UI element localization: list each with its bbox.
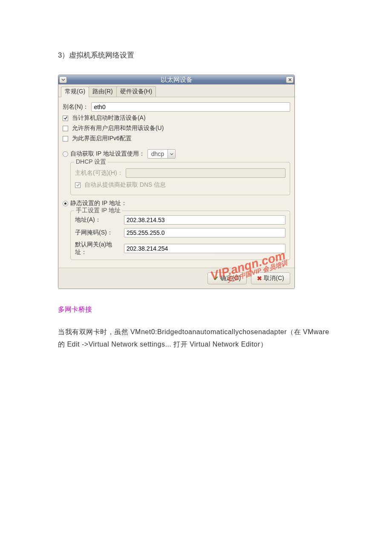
dhcp-select-value: dhcp [148, 150, 167, 157]
chevron-down-icon [61, 78, 65, 81]
tab-general[interactable]: 常规(G) [61, 87, 89, 97]
dialog-footer: ✔ 确定(O) ✖ 取消(C) [58, 268, 294, 289]
tab-route[interactable]: 路由(R) [89, 86, 116, 97]
check-icon [63, 116, 68, 120]
dhcp-dns-label: 自动从提供商处获取 DNS 信息 [84, 181, 166, 188]
gateway-label: 默认网关(a)地址： [75, 241, 124, 256]
body-paragraph: 当我有双网卡时，虽然 VMnet0:Bridgedtoanautomatical… [58, 326, 334, 351]
tab-panel-general: 别名(N)： 当计算机启动时激活设备(A) 允许所有用户启用和禁用该设备(U) … [58, 97, 294, 268]
close-button[interactable]: ✕ [286, 76, 294, 83]
dhcp-select[interactable]: dhcp [147, 149, 176, 159]
multi-nic-heading: 多网卡桥接 [58, 305, 334, 314]
chevron-down-icon [170, 153, 173, 155]
address-label: 地址(A)： [75, 216, 124, 224]
allow-all-users-row[interactable]: 允许所有用户启用和禁用该设备(U) [63, 124, 290, 132]
dialog-title: 以太网设备 [68, 75, 285, 84]
close-icon: ✕ [288, 78, 292, 82]
ipv6-checkbox[interactable] [63, 136, 68, 142]
static-group-title: 手工设置 IP 地址 [74, 207, 122, 214]
x-icon: ✖ [257, 275, 262, 282]
ethernet-device-dialog: 以太网设备 ✕ 常规(G) 路由(R) 硬件设备(H) 别名(N)： 当计算机启… [58, 75, 295, 289]
dhcp-host-input [126, 168, 285, 178]
dhcp-settings-group: DHCP 设置 主机名(可选)(H)： 自动从提供商处获取 DNS 信息 [70, 162, 290, 195]
activate-on-boot-label: 当计算机启动时激活设备(A) [72, 114, 146, 121]
auto-ip-row[interactable]: 自动获取 IP 地址设置使用： dhcp [63, 149, 290, 159]
cancel-button-label: 取消(C) [264, 275, 284, 282]
check-icon: ✔ [213, 275, 219, 282]
allow-all-users-label: 允许所有用户启用和禁用该设备(U) [72, 124, 164, 131]
static-ip-label: 静态设置的 IP 地址： [70, 199, 127, 207]
static-ip-row[interactable]: 静态设置的 IP 地址： [63, 199, 290, 207]
dhcp-group-title: DHCP 设置 [74, 158, 108, 166]
auto-ip-radio[interactable] [63, 151, 68, 157]
ipv6-label: 为此界面启用IPv6配置 [72, 135, 132, 142]
alias-label: 别名(N)： [63, 103, 89, 111]
dhcp-select-button[interactable] [167, 150, 175, 158]
subnet-mask-label: 子网掩码(S)： [75, 229, 124, 237]
auto-ip-label: 自动获取 IP 地址设置使用： [70, 150, 145, 158]
ipv6-row[interactable]: 为此界面启用IPv6配置 [63, 135, 290, 142]
dhcp-host-label: 主机名(可选)(H)： [75, 169, 123, 177]
alias-row: 别名(N)： [63, 102, 290, 112]
activate-on-boot-row[interactable]: 当计算机启动时激活设备(A) [63, 114, 290, 122]
dialog-titlebar: 以太网设备 ✕ [58, 75, 294, 84]
tab-bar: 常规(G) 路由(R) 硬件设备(H) [58, 84, 294, 97]
allow-all-users-checkbox[interactable] [63, 126, 68, 131]
ok-button-label: 确定(O) [220, 275, 241, 282]
static-ip-group: 手工设置 IP 地址 地址(A)： 子网掩码(S)： 默认网关(a)地址： [70, 211, 290, 260]
ok-button[interactable]: ✔ 确定(O) [208, 272, 247, 284]
tab-hardware[interactable]: 硬件设备(H) [116, 86, 156, 97]
window-menu-button[interactable] [59, 76, 67, 83]
gateway-input[interactable] [124, 244, 285, 253]
check-icon [76, 183, 80, 187]
activate-on-boot-checkbox[interactable] [63, 116, 68, 121]
static-ip-radio[interactable] [63, 201, 68, 206]
alias-input[interactable] [91, 102, 290, 112]
address-input[interactable] [124, 215, 285, 225]
cancel-button[interactable]: ✖ 取消(C) [251, 272, 290, 284]
section-heading: 3）虚拟机系统网络设置 [58, 50, 334, 60]
dhcp-dns-checkbox [75, 182, 81, 188]
subnet-mask-input[interactable] [124, 228, 285, 237]
